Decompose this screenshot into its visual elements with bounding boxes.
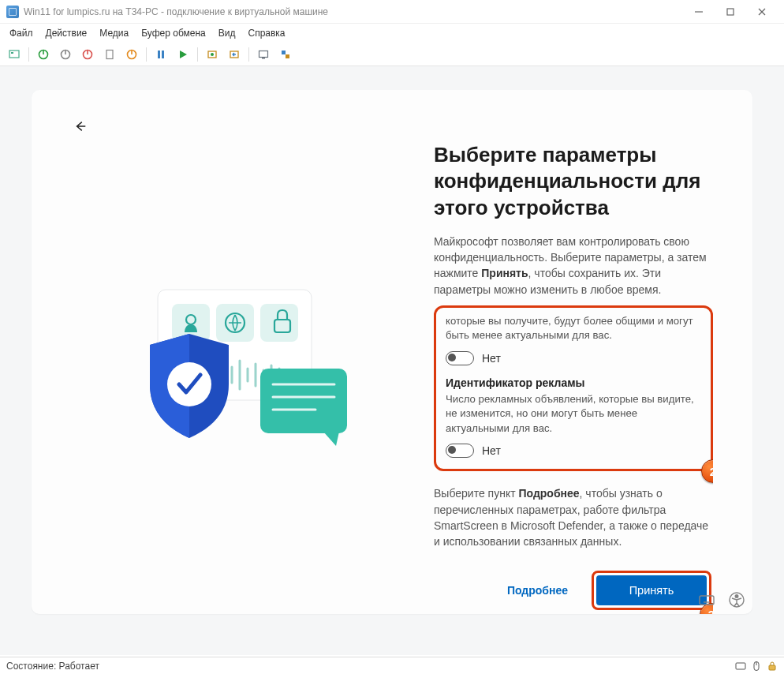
svg-point-19 bbox=[211, 53, 214, 56]
svg-rect-22 bbox=[262, 58, 265, 59]
toggle-1-state: Нет bbox=[482, 352, 501, 365]
turnoff-icon[interactable] bbox=[56, 45, 75, 64]
accept-button-highlight: Принять 3 bbox=[592, 571, 711, 610]
menu-media[interactable]: Медиа bbox=[93, 25, 135, 41]
keyboard-icon[interactable] bbox=[699, 592, 715, 611]
svg-rect-23 bbox=[282, 51, 286, 54]
statusbar-lock-icon bbox=[767, 661, 778, 672]
svg-point-60 bbox=[735, 595, 738, 598]
window-title: Win11 for lumpics.ru на T34-PC - подключ… bbox=[24, 6, 328, 17]
svg-rect-61 bbox=[736, 663, 745, 669]
svg-rect-21 bbox=[259, 51, 268, 57]
privacy-settings-highlight: которые вы получите, будут более общими … bbox=[434, 305, 713, 471]
svg-marker-17 bbox=[180, 51, 187, 58]
svg-rect-24 bbox=[286, 54, 289, 58]
menu-view[interactable]: Вид bbox=[212, 25, 242, 41]
svg-rect-64 bbox=[769, 665, 775, 670]
reset-icon[interactable] bbox=[122, 45, 141, 64]
menu-action[interactable]: Действие bbox=[39, 25, 94, 41]
toggle-2-state: Нет bbox=[482, 444, 501, 457]
svg-rect-52 bbox=[700, 596, 714, 605]
menu-clipboard[interactable]: Буфер обмена bbox=[135, 25, 212, 41]
svg-point-51 bbox=[167, 362, 211, 406]
toggle-tailored-experiences[interactable] bbox=[446, 351, 474, 365]
learn-more-link[interactable]: Подробнее bbox=[507, 584, 568, 597]
share-icon[interactable] bbox=[276, 45, 295, 64]
menu-help[interactable]: Справка bbox=[241, 25, 291, 41]
checkpoint-icon[interactable] bbox=[203, 45, 222, 64]
enhanced-session-icon[interactable] bbox=[254, 45, 273, 64]
svg-marker-47 bbox=[323, 432, 339, 446]
ctrl-alt-del-icon[interactable] bbox=[5, 45, 24, 64]
maximize-button[interactable] bbox=[715, 0, 746, 23]
menubar: Файл Действие Медиа Буфер обмена Вид Спр… bbox=[0, 24, 784, 43]
titlebar: Win11 for lumpics.ru на T34-PC - подключ… bbox=[0, 0, 784, 24]
footnote-text: Выберите пункт Подробнее, чтобы узнать о… bbox=[434, 485, 713, 549]
svg-rect-15 bbox=[158, 51, 160, 58]
accept-button[interactable]: Принять bbox=[596, 575, 707, 605]
pause-icon[interactable] bbox=[151, 45, 170, 64]
vm-display: Выберите параметры конфиденциальности дл… bbox=[0, 66, 784, 655]
svg-rect-4 bbox=[9, 51, 19, 58]
setting-2-title: Идентификатор рекламы bbox=[446, 376, 703, 389]
page-heading: Выберите параметры конфиденциальности дл… bbox=[434, 142, 713, 221]
menu-file[interactable]: Файл bbox=[3, 25, 39, 41]
back-button[interactable] bbox=[71, 117, 90, 136]
toggle-advertising-id[interactable] bbox=[446, 444, 474, 458]
revert-icon[interactable] bbox=[225, 45, 244, 64]
oobe-panel: Выберите параметры конфиденциальности дл… bbox=[32, 90, 752, 614]
setting-2-description: Число рекламных объявлений, которые вы в… bbox=[446, 392, 703, 436]
callout-marker-2: 2 bbox=[701, 459, 713, 483]
svg-rect-46 bbox=[260, 369, 347, 433]
save-icon[interactable] bbox=[100, 45, 119, 64]
setting-1-description: которые вы получите, будут более общими … bbox=[446, 314, 703, 343]
start-icon[interactable] bbox=[34, 45, 53, 64]
oobe-corner-icons bbox=[699, 592, 745, 611]
statusbar: Состояние: Работает bbox=[0, 657, 784, 674]
illustration-pane bbox=[71, 139, 402, 614]
status-text: Состояние: Работает bbox=[6, 661, 99, 672]
close-button[interactable] bbox=[746, 0, 778, 23]
svg-rect-12 bbox=[106, 50, 113, 58]
svg-rect-1 bbox=[727, 9, 734, 15]
svg-rect-5 bbox=[11, 52, 13, 54]
resume-icon[interactable] bbox=[174, 45, 192, 64]
accessibility-icon[interactable] bbox=[729, 592, 745, 611]
settings-pane: Выберите параметры конфиденциальности дл… bbox=[434, 139, 713, 614]
statusbar-mouse-icon bbox=[751, 661, 762, 672]
svg-rect-30 bbox=[260, 304, 298, 342]
app-icon bbox=[6, 6, 19, 18]
svg-rect-16 bbox=[162, 51, 164, 58]
toolbar bbox=[0, 43, 784, 66]
minimize-button[interactable] bbox=[683, 0, 715, 23]
intro-text: Майкрософт позволяет вам контролировать … bbox=[434, 234, 713, 298]
shutdown-icon[interactable] bbox=[78, 45, 97, 64]
statusbar-keyboard-icon bbox=[735, 661, 746, 672]
